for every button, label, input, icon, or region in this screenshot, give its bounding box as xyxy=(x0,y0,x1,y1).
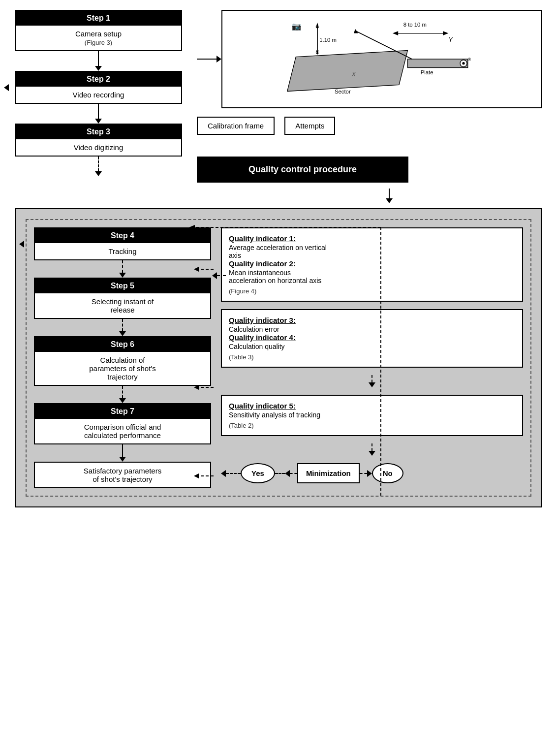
svg-marker-19 xyxy=(354,29,358,33)
step4-body: Tracking xyxy=(35,243,210,259)
step6-box: Step 6 Calculation of parameters of shot… xyxy=(34,336,211,386)
svg-text:®: ® xyxy=(468,57,471,62)
qc-box: Quality control procedure xyxy=(197,157,408,183)
svg-rect-11 xyxy=(407,59,467,67)
qi-box-34: Quality indicator 3: Calculation error Q… xyxy=(221,309,523,368)
svg-marker-7 xyxy=(393,31,398,35)
step4-header: Step 4 xyxy=(35,228,210,243)
qi4-text: Calculation quality xyxy=(229,343,515,350)
step3-box: Step 3 Video digitizing xyxy=(15,124,182,157)
qi5-title: Quality indicator 5: xyxy=(229,402,296,410)
step3-header: Step 3 xyxy=(16,125,181,139)
step1-box: Step 1 Camera setup (Figure 3) xyxy=(15,10,182,51)
svg-text:📷: 📷 xyxy=(292,22,302,31)
svg-marker-10 xyxy=(287,51,408,92)
step2-box: Step 2 Video recording xyxy=(15,71,182,104)
step7-body: Comparison official and calculated perfo… xyxy=(35,419,210,443)
qi1-title: Quality indicator 1: xyxy=(229,234,296,243)
qi34-ref: (Table 3) xyxy=(229,353,515,361)
svg-marker-2 xyxy=(316,23,318,27)
calibration-attempts-row: Calibration frame Attempts xyxy=(197,117,542,135)
svg-text:X: X xyxy=(351,71,356,78)
svg-text:Y: Y xyxy=(448,36,453,43)
svg-marker-3 xyxy=(316,51,318,55)
qi5-text: Sensitivity analysis of tracking xyxy=(229,411,515,419)
step2-header: Step 2 xyxy=(16,72,181,87)
step3-body: Video digitizing xyxy=(16,139,181,156)
qi3-text: Calculation error xyxy=(229,325,515,333)
qi3-title: Quality indicator 3: xyxy=(229,316,296,324)
svg-text:Plate: Plate xyxy=(421,69,433,75)
diagram-label1: 1.10 m xyxy=(319,37,337,43)
step5-header: Step 5 xyxy=(35,279,210,293)
step7-header: Step 7 xyxy=(35,404,210,419)
step2-body: Video recording xyxy=(16,87,181,103)
qi-box-12: Quality indicator 1: Average acceleratio… xyxy=(221,227,523,302)
step5-body: Selecting instant of release xyxy=(35,293,210,318)
svg-text:Sector: Sector xyxy=(335,89,351,94)
gray-left: Step 4 Tracking Step 5 Selecting instant… xyxy=(34,227,211,488)
qi12-ref: (Figure 4) xyxy=(229,287,515,295)
yes-oval: Yes xyxy=(241,463,275,483)
svg-text:8 to 10 m: 8 to 10 m xyxy=(403,22,427,28)
step6-body: Calculation of parameters of shot's traj… xyxy=(35,352,210,385)
step6-header: Step 6 xyxy=(35,337,210,352)
qi5-ref: (Table 2) xyxy=(229,422,515,429)
step4-box: Step 4 Tracking xyxy=(34,227,211,260)
main-container: Step 1 Camera setup (Figure 3) Step 2 Vi… xyxy=(0,0,557,517)
diagram-svg: 📷 1.10 m xyxy=(230,18,534,100)
satisfactory-text: Satisfactory parameters of shot's trajec… xyxy=(35,463,210,487)
qi4-title: Quality indicator 4: xyxy=(229,333,296,342)
attempts-box: Attempts xyxy=(284,117,335,135)
step1-header: Step 1 xyxy=(16,11,181,26)
svg-point-16 xyxy=(462,62,464,64)
svg-marker-8 xyxy=(443,31,448,35)
gray-right: Quality indicator 1: Average acceleratio… xyxy=(221,227,523,488)
minimization-box: Minimization xyxy=(297,463,360,483)
gray-section: Step 4 Tracking Step 5 Selecting instant… xyxy=(15,208,542,507)
qi1-text: Average acceleration on vertical axis xyxy=(229,244,515,259)
step5-box: Step 5 Selecting instant of release xyxy=(34,278,211,319)
satisfactory-box: Satisfactory parameters of shot's trajec… xyxy=(34,462,211,488)
qi2-title: Quality indicator 2: xyxy=(229,259,296,268)
step7-box: Step 7 Comparison official and calculate… xyxy=(34,403,211,444)
calibration-box: Calibration frame xyxy=(197,117,275,135)
no-oval: No xyxy=(372,463,403,483)
diagram-box: 📷 1.10 m xyxy=(221,10,542,108)
step1-body: Camera setup (Figure 3) xyxy=(16,26,181,50)
qi2-text: Mean instantaneous acceleration on horiz… xyxy=(229,269,515,284)
bottom-row: Yes Minimization xyxy=(221,463,523,483)
qi-box-5: Quality indicator 5: Sensitivity analysi… xyxy=(221,395,523,436)
